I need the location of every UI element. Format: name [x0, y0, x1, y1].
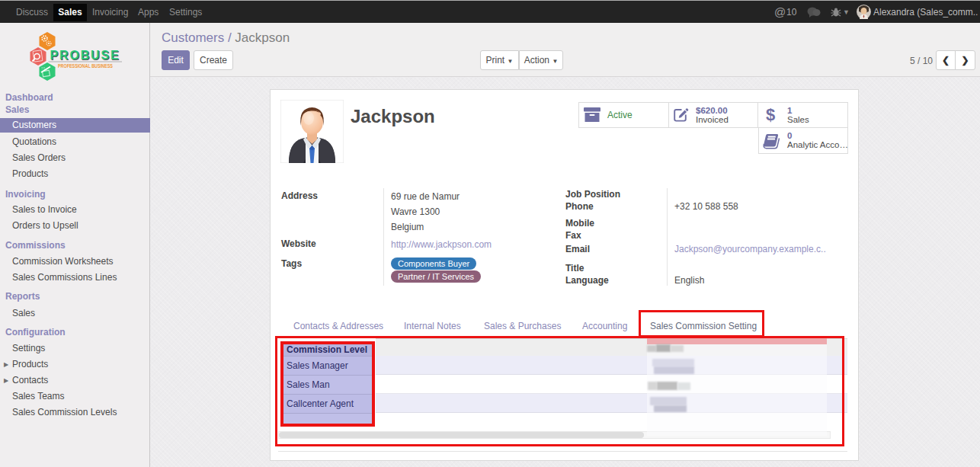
svg-text:PROFESSIONAL BUSINESS: PROFESSIONAL BUSINESS	[58, 63, 113, 69]
svg-text:PROBUSE: PROBUSE	[50, 49, 120, 62]
